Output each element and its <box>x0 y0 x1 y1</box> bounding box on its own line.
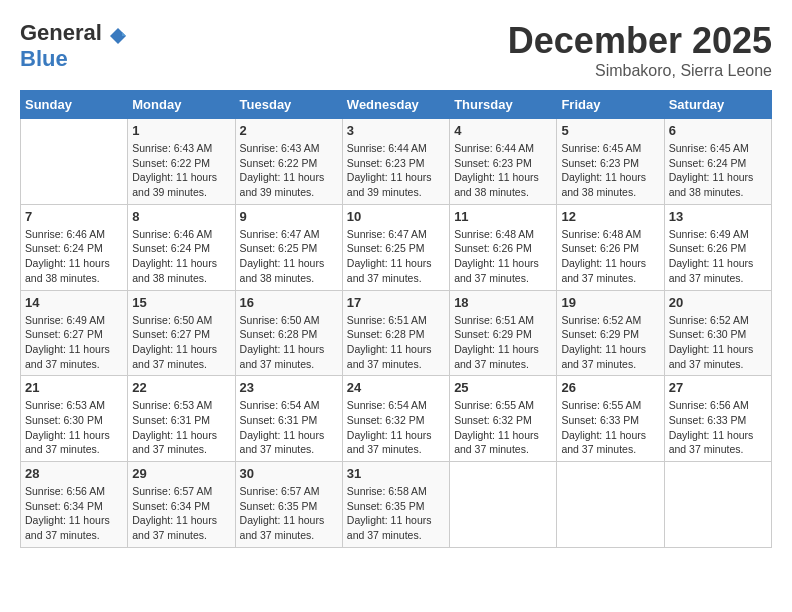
day-number: 15 <box>132 295 230 310</box>
day-info: Sunrise: 6:57 AM Sunset: 6:35 PM Dayligh… <box>240 484 338 543</box>
day-cell: 18Sunrise: 6:51 AM Sunset: 6:29 PM Dayli… <box>450 290 557 376</box>
day-cell: 27Sunrise: 6:56 AM Sunset: 6:33 PM Dayli… <box>664 376 771 462</box>
day-cell: 1Sunrise: 6:43 AM Sunset: 6:22 PM Daylig… <box>128 119 235 205</box>
day-cell: 15Sunrise: 6:50 AM Sunset: 6:27 PM Dayli… <box>128 290 235 376</box>
day-number: 24 <box>347 380 445 395</box>
day-number: 31 <box>347 466 445 481</box>
day-info: Sunrise: 6:49 AM Sunset: 6:26 PM Dayligh… <box>669 227 767 286</box>
title-block: December 2025 Simbakoro, Sierra Leone <box>508 20 772 80</box>
logo-general: General <box>20 20 102 45</box>
day-cell <box>664 462 771 548</box>
weekday-header-tuesday: Tuesday <box>235 91 342 119</box>
day-info: Sunrise: 6:48 AM Sunset: 6:26 PM Dayligh… <box>561 227 659 286</box>
day-cell: 30Sunrise: 6:57 AM Sunset: 6:35 PM Dayli… <box>235 462 342 548</box>
weekday-header-saturday: Saturday <box>664 91 771 119</box>
day-cell: 10Sunrise: 6:47 AM Sunset: 6:25 PM Dayli… <box>342 204 449 290</box>
day-number: 19 <box>561 295 659 310</box>
day-cell: 23Sunrise: 6:54 AM Sunset: 6:31 PM Dayli… <box>235 376 342 462</box>
day-cell: 5Sunrise: 6:45 AM Sunset: 6:23 PM Daylig… <box>557 119 664 205</box>
day-cell: 19Sunrise: 6:52 AM Sunset: 6:29 PM Dayli… <box>557 290 664 376</box>
weekday-header-thursday: Thursday <box>450 91 557 119</box>
day-number: 1 <box>132 123 230 138</box>
page-header: General Blue December 2025 Simbakoro, Si… <box>20 20 772 80</box>
calendar-table: SundayMondayTuesdayWednesdayThursdayFrid… <box>20 90 772 548</box>
day-cell: 9Sunrise: 6:47 AM Sunset: 6:25 PM Daylig… <box>235 204 342 290</box>
day-cell <box>557 462 664 548</box>
weekday-header-friday: Friday <box>557 91 664 119</box>
day-info: Sunrise: 6:45 AM Sunset: 6:24 PM Dayligh… <box>669 141 767 200</box>
day-info: Sunrise: 6:47 AM Sunset: 6:25 PM Dayligh… <box>240 227 338 286</box>
day-cell: 8Sunrise: 6:46 AM Sunset: 6:24 PM Daylig… <box>128 204 235 290</box>
day-number: 21 <box>25 380 123 395</box>
logo-blue: Blue <box>20 46 68 72</box>
day-cell: 13Sunrise: 6:49 AM Sunset: 6:26 PM Dayli… <box>664 204 771 290</box>
day-number: 6 <box>669 123 767 138</box>
week-row-1: 1Sunrise: 6:43 AM Sunset: 6:22 PM Daylig… <box>21 119 772 205</box>
day-number: 29 <box>132 466 230 481</box>
day-number: 17 <box>347 295 445 310</box>
logo: General Blue <box>20 20 128 72</box>
week-row-2: 7Sunrise: 6:46 AM Sunset: 6:24 PM Daylig… <box>21 204 772 290</box>
weekday-header-monday: Monday <box>128 91 235 119</box>
day-info: Sunrise: 6:44 AM Sunset: 6:23 PM Dayligh… <box>454 141 552 200</box>
day-cell: 25Sunrise: 6:55 AM Sunset: 6:32 PM Dayli… <box>450 376 557 462</box>
month-title: December 2025 <box>508 20 772 62</box>
day-info: Sunrise: 6:58 AM Sunset: 6:35 PM Dayligh… <box>347 484 445 543</box>
day-info: Sunrise: 6:53 AM Sunset: 6:31 PM Dayligh… <box>132 398 230 457</box>
day-cell: 4Sunrise: 6:44 AM Sunset: 6:23 PM Daylig… <box>450 119 557 205</box>
location-subtitle: Simbakoro, Sierra Leone <box>508 62 772 80</box>
day-info: Sunrise: 6:57 AM Sunset: 6:34 PM Dayligh… <box>132 484 230 543</box>
day-info: Sunrise: 6:46 AM Sunset: 6:24 PM Dayligh… <box>132 227 230 286</box>
day-number: 3 <box>347 123 445 138</box>
day-number: 27 <box>669 380 767 395</box>
day-number: 23 <box>240 380 338 395</box>
weekday-header-wednesday: Wednesday <box>342 91 449 119</box>
day-info: Sunrise: 6:52 AM Sunset: 6:30 PM Dayligh… <box>669 313 767 372</box>
day-number: 26 <box>561 380 659 395</box>
day-cell: 14Sunrise: 6:49 AM Sunset: 6:27 PM Dayli… <box>21 290 128 376</box>
day-number: 5 <box>561 123 659 138</box>
day-number: 20 <box>669 295 767 310</box>
day-number: 2 <box>240 123 338 138</box>
day-cell: 17Sunrise: 6:51 AM Sunset: 6:28 PM Dayli… <box>342 290 449 376</box>
day-cell: 2Sunrise: 6:43 AM Sunset: 6:22 PM Daylig… <box>235 119 342 205</box>
day-info: Sunrise: 6:45 AM Sunset: 6:23 PM Dayligh… <box>561 141 659 200</box>
day-info: Sunrise: 6:52 AM Sunset: 6:29 PM Dayligh… <box>561 313 659 372</box>
day-info: Sunrise: 6:55 AM Sunset: 6:33 PM Dayligh… <box>561 398 659 457</box>
day-cell: 22Sunrise: 6:53 AM Sunset: 6:31 PM Dayli… <box>128 376 235 462</box>
day-number: 16 <box>240 295 338 310</box>
weekday-header-sunday: Sunday <box>21 91 128 119</box>
day-info: Sunrise: 6:44 AM Sunset: 6:23 PM Dayligh… <box>347 141 445 200</box>
day-info: Sunrise: 6:43 AM Sunset: 6:22 PM Dayligh… <box>240 141 338 200</box>
day-cell: 28Sunrise: 6:56 AM Sunset: 6:34 PM Dayli… <box>21 462 128 548</box>
day-number: 4 <box>454 123 552 138</box>
week-row-4: 21Sunrise: 6:53 AM Sunset: 6:30 PM Dayli… <box>21 376 772 462</box>
day-info: Sunrise: 6:54 AM Sunset: 6:31 PM Dayligh… <box>240 398 338 457</box>
logo-text: General <box>20 20 128 46</box>
day-cell: 12Sunrise: 6:48 AM Sunset: 6:26 PM Dayli… <box>557 204 664 290</box>
day-cell <box>450 462 557 548</box>
day-info: Sunrise: 6:51 AM Sunset: 6:28 PM Dayligh… <box>347 313 445 372</box>
weekday-header-row: SundayMondayTuesdayWednesdayThursdayFrid… <box>21 91 772 119</box>
day-info: Sunrise: 6:46 AM Sunset: 6:24 PM Dayligh… <box>25 227 123 286</box>
day-info: Sunrise: 6:54 AM Sunset: 6:32 PM Dayligh… <box>347 398 445 457</box>
day-info: Sunrise: 6:49 AM Sunset: 6:27 PM Dayligh… <box>25 313 123 372</box>
day-cell <box>21 119 128 205</box>
day-cell: 26Sunrise: 6:55 AM Sunset: 6:33 PM Dayli… <box>557 376 664 462</box>
day-number: 10 <box>347 209 445 224</box>
day-number: 14 <box>25 295 123 310</box>
day-cell: 21Sunrise: 6:53 AM Sunset: 6:30 PM Dayli… <box>21 376 128 462</box>
day-info: Sunrise: 6:56 AM Sunset: 6:34 PM Dayligh… <box>25 484 123 543</box>
day-info: Sunrise: 6:47 AM Sunset: 6:25 PM Dayligh… <box>347 227 445 286</box>
day-number: 9 <box>240 209 338 224</box>
day-cell: 16Sunrise: 6:50 AM Sunset: 6:28 PM Dayli… <box>235 290 342 376</box>
day-number: 11 <box>454 209 552 224</box>
day-number: 13 <box>669 209 767 224</box>
day-number: 7 <box>25 209 123 224</box>
day-cell: 31Sunrise: 6:58 AM Sunset: 6:35 PM Dayli… <box>342 462 449 548</box>
week-row-5: 28Sunrise: 6:56 AM Sunset: 6:34 PM Dayli… <box>21 462 772 548</box>
week-row-3: 14Sunrise: 6:49 AM Sunset: 6:27 PM Dayli… <box>21 290 772 376</box>
day-cell: 11Sunrise: 6:48 AM Sunset: 6:26 PM Dayli… <box>450 204 557 290</box>
logo-icon <box>108 26 128 46</box>
day-info: Sunrise: 6:50 AM Sunset: 6:27 PM Dayligh… <box>132 313 230 372</box>
